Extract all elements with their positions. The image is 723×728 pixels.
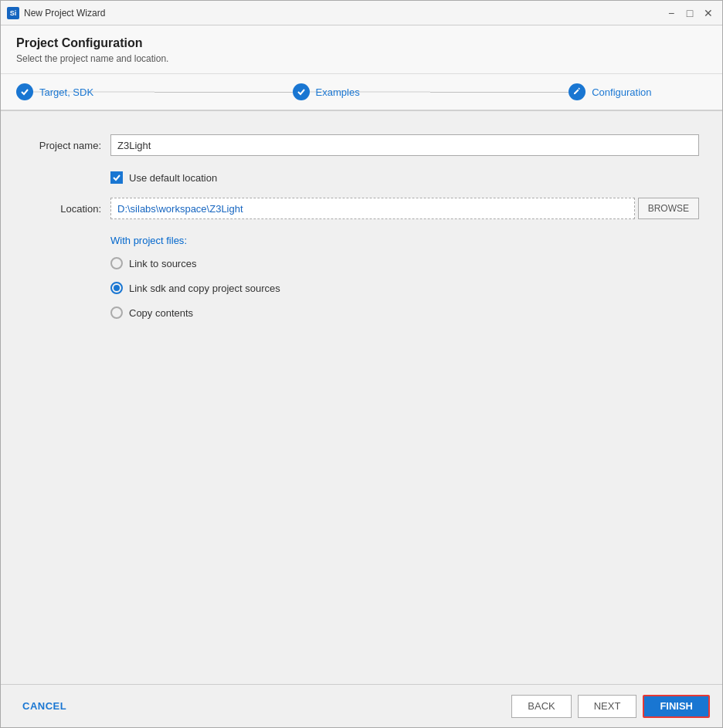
footer: CANCEL BACK NEXT FINISH xyxy=(1,684,722,727)
maximize-button[interactable]: □ xyxy=(682,5,698,21)
project-name-input[interactable] xyxy=(110,134,699,156)
step-circle-2 xyxy=(293,83,310,100)
close-button[interactable]: ✕ xyxy=(701,5,716,21)
radio-link-sdk-copy-circle[interactable] xyxy=(110,282,123,294)
step-connector-2 xyxy=(430,92,569,93)
project-files-radio-group: Link to sources Link sdk and copy projec… xyxy=(110,257,699,319)
checkmark-icon-1 xyxy=(20,87,29,97)
step-circle-1 xyxy=(16,83,33,100)
back-button[interactable]: BACK xyxy=(511,695,571,718)
use-default-location-label: Use default location xyxy=(129,172,217,184)
colon-text: : xyxy=(184,235,187,246)
window-controls: − □ ✕ xyxy=(664,5,716,21)
radio-link-to-sources[interactable]: Link to sources xyxy=(110,257,699,269)
next-button[interactable]: NEXT xyxy=(578,695,637,718)
cancel-button[interactable]: CANCEL xyxy=(13,696,76,716)
window-title: New Project Wizard xyxy=(24,8,664,19)
with-text: With xyxy=(110,235,134,246)
page-header: Project Configuration Select the project… xyxy=(1,25,722,74)
radio-link-to-sources-label: Link to sources xyxy=(129,258,196,269)
step-circle-3 xyxy=(569,83,586,100)
location-row: Location: BROWSE xyxy=(24,198,699,219)
browse-button[interactable]: BROWSE xyxy=(638,198,699,219)
use-default-location-row[interactable]: Use default location xyxy=(110,171,699,184)
location-input[interactable] xyxy=(110,198,635,219)
radio-link-sdk-copy[interactable]: Link sdk and copy project sources xyxy=(110,282,699,294)
location-label: Location: xyxy=(24,203,101,215)
main-content: Project name: Use default location Locat… xyxy=(1,111,722,684)
steps-bar: Target, SDK Examples Configuration xyxy=(1,74,722,111)
minimize-button[interactable]: − xyxy=(664,5,679,21)
step-configuration: Configuration xyxy=(569,83,707,100)
title-bar: Si New Project Wizard − □ ✕ xyxy=(1,1,722,25)
radio-copy-contents[interactable]: Copy contents xyxy=(110,306,699,319)
use-default-location-checkbox[interactable] xyxy=(110,171,123,184)
project-files-link: project files xyxy=(134,235,185,246)
radio-inner-dot xyxy=(114,285,120,291)
radio-link-sdk-copy-label: Link sdk and copy project sources xyxy=(129,283,280,294)
app-icon: Si xyxy=(7,7,19,19)
edit-icon-3 xyxy=(572,87,582,97)
project-name-row: Project name: xyxy=(24,134,699,156)
project-name-label: Project name: xyxy=(24,140,101,151)
footer-nav-buttons: BACK NEXT FINISH xyxy=(511,695,710,718)
radio-copy-contents-label: Copy contents xyxy=(129,307,193,319)
step-examples: Examples xyxy=(293,83,431,100)
step-label-1: Target, SDK xyxy=(39,86,93,98)
radio-copy-contents-circle[interactable] xyxy=(110,306,123,319)
page-subtitle: Select the project name and location. xyxy=(16,53,707,64)
step-label-3: Configuration xyxy=(592,86,651,98)
checkmark-icon-2 xyxy=(297,87,306,97)
radio-link-to-sources-circle[interactable] xyxy=(110,257,123,269)
main-window: Si New Project Wizard − □ ✕ Project Conf… xyxy=(0,0,723,728)
checkbox-checkmark-icon xyxy=(113,174,120,181)
project-files-label-row: With project files: xyxy=(110,235,699,246)
finish-button[interactable]: FINISH xyxy=(643,695,710,718)
step-target-sdk: Target, SDK xyxy=(16,83,154,100)
page-title: Project Configuration xyxy=(16,36,707,50)
step-label-2: Examples xyxy=(316,86,360,98)
step-connector-1 xyxy=(154,92,293,93)
